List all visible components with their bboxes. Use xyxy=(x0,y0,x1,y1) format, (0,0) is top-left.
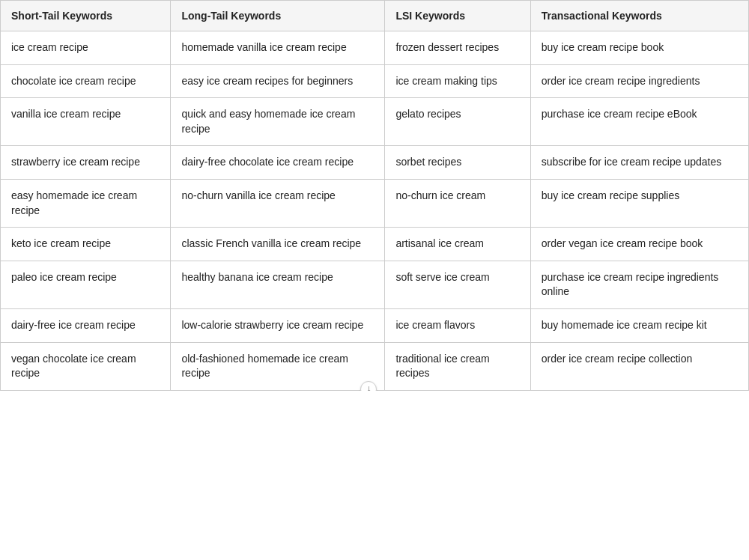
cell-transactional: order vegan ice cream recipe book xyxy=(530,228,748,261)
cell-short-tail: paleo ice cream recipe xyxy=(1,261,171,308)
table-row: ice cream recipehomemade vanilla ice cre… xyxy=(1,31,749,65)
cell-lsi: no-churn ice cream xyxy=(385,179,530,227)
cell-lsi: ice cream flavors xyxy=(385,308,530,342)
table-header-row: Short-Tail Keywords Long-Tail Keywords L… xyxy=(1,1,749,31)
header-long-tail: Long-Tail Keywords xyxy=(171,1,385,31)
cell-lsi: ice cream making tips xyxy=(385,64,530,98)
cell-long-tail: no-churn vanilla ice cream recipe xyxy=(171,179,385,227)
cell-lsi: soft serve ice cream xyxy=(385,261,530,308)
cell-long-tail: low-calorie strawberry ice cream recipe xyxy=(171,308,385,342)
cell-long-tail: homemade vanilla ice cream recipe xyxy=(171,31,385,65)
cell-lsi: sorbet recipes xyxy=(385,146,530,180)
cell-long-tail: dairy-free chocolate ice cream recipe xyxy=(171,146,385,180)
cell-short-tail: vegan chocolate ice cream recipe xyxy=(1,342,171,390)
cell-lsi: artisanal ice cream xyxy=(385,228,530,261)
header-lsi: LSI Keywords xyxy=(385,1,530,31)
cell-transactional: order ice cream recipe ingredients xyxy=(530,64,748,98)
cell-short-tail: easy homemade ice cream recipe xyxy=(1,179,171,227)
cell-long-tail: classic French vanilla ice cream recipe xyxy=(171,228,385,261)
cell-short-tail: chocolate ice cream recipe xyxy=(1,64,171,98)
keyword-table-container: Short-Tail Keywords Long-Tail Keywords L… xyxy=(0,0,749,391)
table-row: keto ice cream recipeclassic French vani… xyxy=(1,228,749,261)
header-short-tail: Short-Tail Keywords xyxy=(1,1,171,31)
table-row: paleo ice cream recipehealthy banana ice… xyxy=(1,261,749,308)
cell-lsi: gelato recipes xyxy=(385,98,530,146)
table-row: vanilla ice cream recipequick and easy h… xyxy=(1,98,749,146)
cell-transactional: order ice cream recipe collection xyxy=(530,342,748,390)
table-row: easy homemade ice cream recipeno-churn v… xyxy=(1,179,749,227)
cell-transactional: subscribe for ice cream recipe updates xyxy=(530,146,748,180)
cell-short-tail: strawberry ice cream recipe xyxy=(1,146,171,180)
table-row: strawberry ice cream recipedairy-free ch… xyxy=(1,146,749,180)
cell-transactional: buy ice cream recipe supplies xyxy=(530,179,748,227)
cell-lsi: frozen dessert recipes xyxy=(385,31,530,65)
cell-short-tail: dairy-free ice cream recipe xyxy=(1,308,171,342)
scroll-down-icon[interactable]: ↓ xyxy=(360,381,377,391)
cell-transactional: buy homemade ice cream recipe kit xyxy=(530,308,748,342)
cell-transactional: buy ice cream recipe book xyxy=(530,31,748,65)
keyword-table: Short-Tail Keywords Long-Tail Keywords L… xyxy=(0,0,749,391)
cell-transactional: purchase ice cream recipe ingredients on… xyxy=(530,261,748,308)
table-row: vegan chocolate ice cream recipeold-fash… xyxy=(1,342,749,390)
table-row: dairy-free ice cream recipelow-calorie s… xyxy=(1,308,749,342)
cell-short-tail: vanilla ice cream recipe xyxy=(1,98,171,146)
cell-long-tail: old-fashioned homemade ice cream recipe↓ xyxy=(171,342,385,390)
cell-long-tail: easy ice cream recipes for beginners xyxy=(171,64,385,98)
table-row: chocolate ice cream recipeeasy ice cream… xyxy=(1,64,749,98)
cell-lsi: traditional ice cream recipes xyxy=(385,342,530,390)
cell-short-tail: keto ice cream recipe xyxy=(1,228,171,261)
cell-long-tail: quick and easy homemade ice cream recipe xyxy=(171,98,385,146)
cell-transactional: purchase ice cream recipe eBook xyxy=(530,98,748,146)
cell-short-tail: ice cream recipe xyxy=(1,31,171,65)
cell-long-tail: healthy banana ice cream recipe xyxy=(171,261,385,308)
header-transactional: Transactional Keywords xyxy=(530,1,748,31)
